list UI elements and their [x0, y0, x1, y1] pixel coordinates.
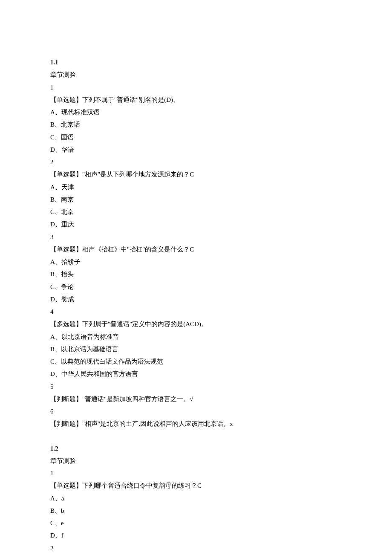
question-option: D、重庆	[50, 218, 342, 231]
question-prompt: 【判断题】"相声"是北京的土产,因此说相声的人应该用北京话。x	[50, 418, 342, 430]
section-spacer	[50, 431, 342, 442]
question-option: B、抬头	[50, 268, 342, 280]
question-number: 4	[50, 306, 342, 318]
question-number: 6	[50, 405, 342, 418]
question-option: C、国语	[50, 131, 342, 144]
question-option: D、中华人民共和国的官方语言	[50, 368, 342, 380]
section-subheading: 章节测验	[50, 69, 342, 81]
section-heading: 1.2	[50, 442, 342, 455]
question-prompt: 【判断题】"普通话"是新加坡四种官方语言之一。√	[50, 393, 342, 405]
question-option: A、抬轿子	[50, 256, 342, 268]
question-option: C、以典范的现代白话文作品为语法规范	[50, 356, 342, 368]
question-option: D、赞成	[50, 293, 342, 306]
question-option: C、e	[50, 517, 342, 529]
question-option: A、a	[50, 492, 342, 505]
question-option: A、天津	[50, 181, 342, 194]
question-number: 2	[50, 156, 342, 168]
question-option: B、b	[50, 505, 342, 517]
question-number: 5	[50, 381, 342, 393]
question-prompt: 【多选题】下列属于"普通话"定义中的内容的是(ACD)。	[50, 318, 342, 330]
document-body: 1.1章节测验1【单选题】下列不属于"普通话"别名的是(D)。A、现代标准汉语B…	[50, 56, 342, 555]
question-number: 2	[50, 542, 342, 555]
question-prompt: 【单选题】下列哪个音适合绕口令中复韵母的练习？C	[50, 480, 342, 492]
question-option: A、以北京语音为标准音	[50, 331, 342, 343]
question-option: A、现代标准汉语	[50, 106, 342, 119]
question-option: B、南京	[50, 194, 342, 206]
section-heading: 1.1	[50, 56, 342, 69]
question-number: 3	[50, 231, 342, 243]
question-option: C、北京	[50, 206, 342, 218]
question-option: B、以北京话为基础语言	[50, 343, 342, 356]
question-option: D、f	[50, 529, 342, 542]
question-prompt: 【单选题】相声《抬杠》中"抬杠"的含义是什么？C	[50, 243, 342, 256]
question-option: C、争论	[50, 281, 342, 293]
question-number: 1	[50, 467, 342, 480]
question-number: 1	[50, 81, 342, 94]
question-prompt: 【单选题】"相声"是从下列哪个地方发源起来的？C	[50, 168, 342, 181]
question-option: B、北京话	[50, 119, 342, 131]
section-subheading: 章节测验	[50, 455, 342, 467]
question-prompt: 【单选题】下列不属于"普通话"别名的是(D)。	[50, 94, 342, 106]
question-option: D、华语	[50, 144, 342, 156]
